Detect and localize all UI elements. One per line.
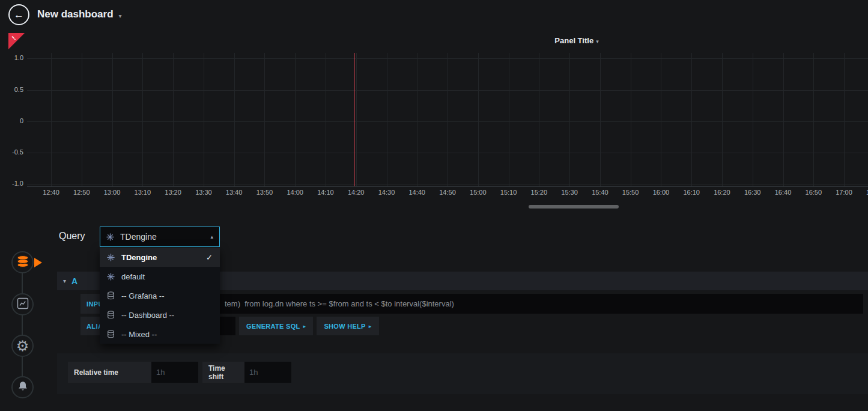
star-icon [106, 233, 115, 241]
x-axis-tick: 16:20 [714, 189, 730, 196]
x-axis-tick: 14:50 [439, 189, 456, 196]
x-axis-tick: 16:00 [653, 189, 670, 196]
grid-vline [509, 53, 509, 186]
chevron-right-icon: ▸ [369, 323, 372, 329]
grid-vline [569, 53, 570, 186]
tab-alert[interactable] [11, 376, 34, 398]
gear-icon: ⚙ [16, 339, 29, 353]
grid-vline [417, 53, 417, 186]
database-icon [107, 291, 115, 300]
chart-icon [17, 297, 29, 312]
x-axis-tick: 15:20 [531, 189, 548, 196]
x-axis-tick: 16:40 [775, 189, 792, 196]
tab-general[interactable]: ⚙ [11, 335, 34, 357]
grid-hline [27, 153, 868, 153]
sql-input[interactable] [135, 294, 863, 314]
grid-hline [27, 121, 868, 122]
check-icon: ✓ [206, 253, 213, 262]
x-axis-tick: 13:10 [135, 189, 151, 196]
x-axis-tick: 17:00 [836, 189, 852, 196]
x-axis-tick: 15:50 [622, 189, 639, 196]
x-axis-tick: 15:40 [592, 189, 609, 196]
grid-vline [264, 53, 265, 186]
grid-vline [631, 53, 631, 186]
tab-visualization[interactable] [11, 293, 34, 315]
grid-vline [387, 53, 387, 186]
database-icon [107, 330, 115, 338]
grid-vline [356, 53, 357, 186]
x-axis-tick: 14:10 [317, 189, 334, 196]
datasource-option-dashboard[interactable]: -- Dashboard -- [100, 305, 220, 324]
grid-vline [295, 53, 296, 186]
x-axis: 12:4012:5013:0013:1013:2013:3013:4013:50… [27, 189, 868, 198]
dashboard-title-dropdown[interactable]: New dashboard ▾ [37, 8, 122, 20]
datasource-option-grafana[interactable]: -- Grafana -- [100, 286, 220, 305]
grid-vline [783, 53, 784, 186]
datasource-option-label: -- Mixed -- [121, 330, 213, 339]
y-axis-tick: -0.5 [12, 148, 23, 156]
grid-vline [51, 53, 52, 186]
x-axis-tick: 14:40 [408, 189, 425, 196]
y-axis-tick: 0 [20, 117, 23, 124]
dashboard-title: New dashboard [37, 8, 114, 20]
x-axis-tick: 14:30 [378, 189, 395, 196]
x-axis-tick: 15:30 [561, 189, 578, 196]
chevron-down-icon: ▾ [119, 10, 122, 19]
y-axis-tick: 1.0 [14, 54, 23, 61]
panel-title-dropdown[interactable]: Panel Title▾ [517, 36, 637, 45]
database-icon [107, 311, 115, 319]
arrow-left-icon: ← [14, 10, 24, 20]
datasource-selected-value: TDengine [120, 232, 205, 242]
collapse-caret-icon: ▾ [63, 278, 66, 284]
grid-vline [478, 53, 479, 186]
time-shift-input[interactable] [244, 362, 291, 383]
panel-title: Panel Title [554, 36, 593, 45]
bell-icon [17, 380, 29, 395]
tab-rail-line [22, 263, 23, 388]
chevron-up-icon: ▴ [210, 234, 213, 240]
query-section-label: Query [59, 231, 85, 242]
grid-vline [82, 53, 82, 186]
horizontal-scrollbar[interactable] [529, 205, 619, 209]
chevron-right-icon: ▸ [303, 323, 306, 329]
panel-error-corner[interactable] [8, 33, 25, 49]
x-axis-tick: 14:20 [348, 189, 365, 196]
x-axis-tick: 13:50 [256, 189, 273, 196]
x-axis-tick: 12:40 [43, 189, 59, 196]
grid-vline [691, 53, 692, 186]
grid-vline [722, 53, 723, 186]
datasource-option-mixed[interactable]: -- Mixed -- [100, 324, 220, 344]
x-axis-tick: 13:20 [165, 189, 181, 196]
grid-vline [753, 53, 753, 186]
tab-queries[interactable] [11, 251, 34, 273]
grafana-app: ← New dashboard ▾ ! Panel Title▾ 1.00.50… [0, 0, 868, 411]
annotation-line [354, 53, 355, 186]
grid-vline [204, 53, 204, 186]
chart-grid [27, 53, 868, 186]
back-button[interactable]: ← [8, 4, 29, 25]
grid-vline [112, 53, 113, 186]
relative-time-input[interactable] [151, 362, 198, 383]
datasource-option-tdengine[interactable]: TDengine✓ [100, 248, 220, 267]
datasource-select[interactable]: TDengine ▴ [100, 227, 220, 247]
generate-sql-button[interactable]: GENERATE SQL ▸ [239, 317, 313, 335]
grid-hline [27, 184, 868, 184]
y-axis: 1.00.50-0.5-1.0 [0, 0, 25, 204]
x-axis-tick: 13:40 [226, 189, 243, 196]
grid-hline [27, 58, 868, 59]
x-axis-tick: 15:10 [500, 189, 517, 196]
star-icon [107, 273, 115, 281]
x-axis-tick: 12:50 [73, 189, 90, 196]
grid-vline [600, 53, 601, 186]
x-axis-tick: 15:00 [470, 189, 487, 196]
datasource-option-default[interactable]: default [100, 267, 220, 286]
x-axis-tick: 13:00 [104, 189, 121, 196]
active-tab-arrow-icon [34, 258, 42, 267]
x-axis-tick: 13:30 [195, 189, 212, 196]
datasource-option-label: TDengine [121, 253, 200, 262]
show-help-button[interactable]: SHOW HELP ▸ [317, 317, 378, 335]
x-axis-tick: 14:00 [287, 189, 303, 196]
grid-vline [326, 53, 326, 186]
datasource-option-label: -- Grafana -- [121, 291, 213, 300]
time-shift-label: Time shift [202, 362, 244, 383]
